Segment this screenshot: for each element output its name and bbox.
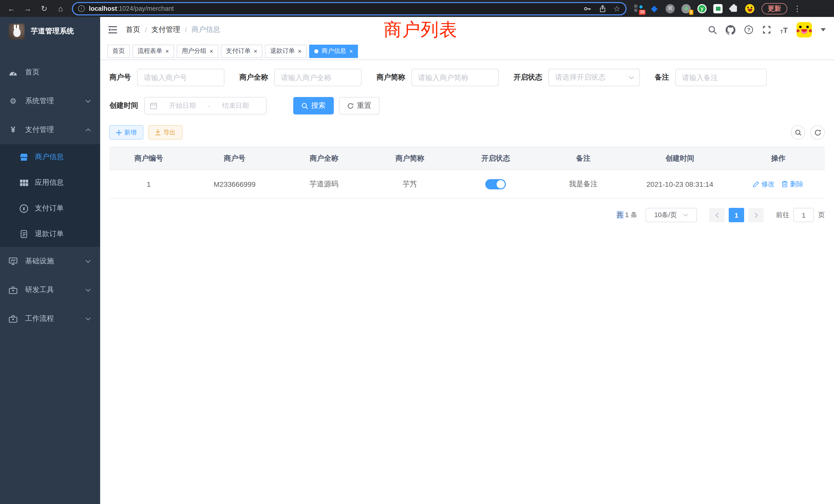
tab-pay-order[interactable]: 支付订单× (221, 44, 262, 58)
help-icon[interactable]: ? (744, 25, 754, 35)
export-button[interactable]: 导出 (148, 125, 182, 140)
sidebar-item-home[interactable]: 首页 (0, 58, 100, 87)
chevron-down-icon (85, 259, 91, 263)
site-info-icon[interactable]: i (78, 5, 85, 12)
start-date-placeholder[interactable]: 开始日期 (157, 101, 208, 110)
end-date-placeholder[interactable]: 结束日期 (210, 101, 261, 110)
extension-chat-icon[interactable] (713, 4, 723, 13)
share-icon[interactable] (598, 4, 606, 13)
filter-row-2: 创建时间 开始日期 - 结束日期 搜索 重置 (109, 97, 825, 114)
breadcrumb: 首页 / 支付管理 / 商户信息 (126, 25, 220, 35)
sidebar-item-label: 支付管理 (25, 125, 54, 135)
user-avatar[interactable] (796, 22, 812, 38)
extension-kite-icon[interactable]: ◆ (650, 4, 659, 13)
search-icon[interactable] (708, 25, 717, 34)
close-icon[interactable]: × (298, 48, 302, 54)
sidebar-item-refund-order[interactable]: 退款订单 (0, 221, 100, 247)
remark-input[interactable] (675, 69, 767, 86)
calendar-icon (150, 102, 157, 109)
extension-tabs-icon[interactable]: ◆10 (634, 4, 643, 13)
bookmark-star-icon[interactable]: ☆ (613, 4, 620, 13)
filter-create-time: 创建时间 开始日期 - 结束日期 (109, 97, 266, 114)
close-icon[interactable]: × (166, 48, 169, 54)
tab-refund-order[interactable]: 退款订单× (265, 44, 307, 58)
profile-emoji-icon[interactable] (745, 4, 754, 13)
page-size-select[interactable]: 10条/页 (645, 208, 697, 222)
col-actions: 操作 (732, 147, 825, 169)
merchant-no-input[interactable] (137, 69, 224, 86)
sidebar-item-pay[interactable]: ¥ 支付管理 (0, 115, 100, 144)
status-select[interactable]: 请选择开启状态 (548, 69, 640, 86)
yen-icon: ¥ (9, 125, 18, 135)
hamburger-icon[interactable] (108, 26, 117, 33)
address-bar[interactable]: i localhost:1024/pay/merchant ☆ (72, 2, 627, 15)
key-icon[interactable] (583, 4, 591, 13)
full-name-input[interactable] (274, 69, 361, 86)
tab-process-form[interactable]: 流程表单× (132, 44, 174, 58)
sidebar-item-pay-order[interactable]: ¥ 支付订单 (0, 196, 100, 221)
trash-icon (782, 181, 788, 187)
prev-page-button[interactable] (709, 208, 725, 222)
search-button[interactable]: 搜索 (293, 97, 334, 114)
fullscreen-icon[interactable] (762, 25, 772, 35)
filter-row-1: 商户号 商户全称 商户简称 开启状态 请选择开启状态 (109, 69, 825, 86)
tab-user-group[interactable]: 用户分组× (177, 44, 218, 58)
toggle-search-button[interactable] (791, 125, 805, 140)
status-toggle[interactable] (485, 179, 506, 189)
home-icon[interactable]: ⌂ (54, 2, 67, 15)
sidebar-item-system[interactable]: ⚙ 系统管理 (0, 87, 100, 115)
reset-button[interactable]: 重置 (339, 97, 379, 114)
url-text[interactable]: localhost:1024/pay/merchant (89, 5, 579, 12)
breadcrumb-item-current: 商户信息 (192, 25, 220, 35)
page-1-button[interactable]: 1 (729, 208, 744, 222)
forward-icon[interactable]: → (22, 2, 34, 15)
goto-page-input[interactable] (793, 208, 814, 222)
extensions-row: ◆10 ◆ ⌘ 1 y (634, 4, 754, 13)
sidebar-item-workflow[interactable]: 工作流程 (0, 304, 100, 333)
add-button[interactable]: 新增 (109, 125, 143, 140)
col-create-time: 创建时间 (628, 147, 732, 169)
breadcrumb-item-pay[interactable]: 支付管理 (152, 25, 180, 35)
extension-recorder-icon[interactable]: 1 (681, 4, 691, 13)
monitor-chart-icon (9, 257, 18, 265)
extension-command-icon[interactable]: ⌘ (665, 4, 675, 13)
sidebar-item-app-info[interactable]: 应用信息 (0, 170, 100, 196)
gear-icon: ⚙ (9, 96, 18, 106)
refresh-icon (814, 129, 821, 136)
table-mini-actions (791, 125, 825, 140)
filter-short-name: 商户简称 (376, 69, 499, 86)
col-full-name: 商户全称 (281, 147, 367, 169)
tab-home[interactable]: 首页 (107, 44, 130, 58)
refresh-table-button[interactable] (810, 125, 825, 140)
date-range-picker[interactable]: 开始日期 - 结束日期 (144, 97, 266, 114)
sidebar-item-label: 支付订单 (35, 204, 64, 213)
sidebar-item-infra[interactable]: 基础设施 (0, 247, 100, 276)
magnifier-icon (302, 102, 308, 109)
extension-y-icon[interactable]: y (697, 4, 707, 13)
back-icon[interactable]: ← (5, 2, 18, 15)
app-logo (9, 23, 25, 39)
pencil-icon (753, 181, 759, 187)
browser-menu-icon[interactable]: ⋮ (793, 4, 801, 13)
chrome-update-button[interactable]: 更新 (762, 3, 787, 14)
caret-down-icon[interactable] (821, 28, 826, 31)
breadcrumb-item-home[interactable]: 首页 (126, 25, 140, 35)
github-icon[interactable] (726, 25, 736, 35)
next-page-button[interactable] (748, 208, 764, 222)
delete-link[interactable]: 删除 (782, 179, 804, 189)
sidebar-item-dev-tools[interactable]: 研发工具 (0, 276, 100, 304)
logo-row[interactable]: 芋道管理系统 (0, 17, 100, 46)
extensions-puzzle-icon[interactable] (729, 4, 739, 13)
close-icon[interactable]: × (254, 48, 257, 54)
close-icon[interactable]: × (210, 48, 213, 54)
sidebar-item-merchant-info[interactable]: 商户信息 (0, 144, 100, 170)
cell-status (453, 169, 539, 198)
reload-icon[interactable]: ↻ (38, 2, 50, 15)
table-header-row: 商户编号 商户号 商户全称 商户简称 开启状态 备注 创建时间 操作 (109, 147, 825, 169)
short-name-input[interactable] (411, 69, 499, 86)
edit-link[interactable]: 修改 (753, 179, 775, 189)
font-size-icon[interactable]: TT (780, 25, 788, 34)
field-label: 商户全称 (239, 73, 268, 82)
tab-merchant-info[interactable]: 商户信息× (309, 44, 358, 58)
close-icon[interactable]: × (349, 48, 353, 54)
